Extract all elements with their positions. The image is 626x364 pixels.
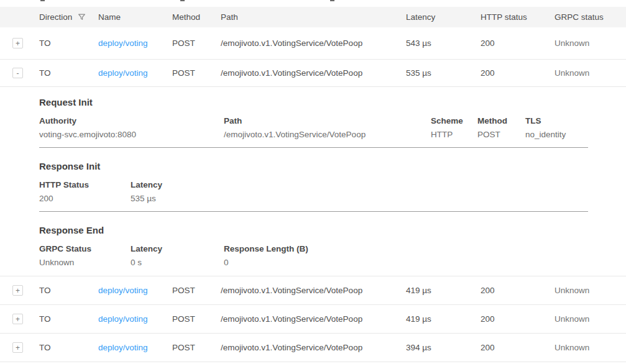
response-end-fields: GRPC Status Unknown Latency 0 s Response… [39,244,626,267]
clipped-text-remnant [180,0,185,1]
table-row: + TO deploy/voting POST /emojivoto.v1.Vo… [0,27,626,60]
column-header-http-status: HTTP status [481,12,555,22]
cell-direction: TO [39,343,98,352]
field-latency: Latency 0 s [131,244,224,267]
cell-http-status: 200 [481,343,555,352]
column-header-path: Path [221,12,406,22]
cell-method: POST [172,314,221,324]
column-header-grpc-status: GRPC status [555,12,626,22]
call-detail-panel: Request Init Authority voting-svc.emojiv… [0,87,626,276]
deployment-link[interactable]: deploy/voting [98,286,148,295]
request-init-fields: Authority voting-svc.emojivoto:8080 Path… [39,116,626,139]
cell-latency: 419 µs [406,314,481,324]
cell-direction: TO [39,68,98,78]
field-http-status: HTTP Status 200 [39,180,131,203]
field-authority: Authority voting-svc.emojivoto:8080 [39,116,224,139]
cell-latency: 419 µs [406,286,481,295]
cell-http-status: 200 [481,286,555,295]
column-header-latency: Latency [406,12,481,22]
field-scheme: Scheme HTTP [431,116,477,139]
deployment-link[interactable]: deploy/voting [98,39,148,48]
section-title-response-end: Response End [39,225,626,235]
cell-http-status: 200 [481,314,555,324]
deployment-link[interactable]: deploy/voting [98,68,148,78]
cell-http-status: 200 [481,39,555,48]
cell-grpc-status: Unknown [555,39,626,48]
table-row: + TO deploy/voting POST /emojivoto.v1.Vo… [0,334,626,362]
cell-method: POST [172,343,221,352]
field-path: Path /emojivoto.v1.VotingService/VotePoo… [224,116,431,139]
filter-icon[interactable] [78,13,86,21]
cell-method: POST [172,286,221,295]
expand-row-button[interactable]: + [12,38,23,48]
table-row: + TO deploy/voting POST /emojivoto.v1.Vo… [0,276,626,305]
cell-grpc-status: Unknown [555,343,626,352]
cell-path: /emojivoto.v1.VotingService/VotePoop [221,343,406,352]
cell-method: POST [172,39,221,48]
expand-row-button[interactable]: + [12,285,23,296]
table-row-expanded: - TO deploy/voting POST /emojivoto.v1.Vo… [0,60,626,87]
field-method: Method POST [477,116,525,139]
section-divider [39,147,588,148]
table-row: + TO deploy/voting POST /emojivoto.v1.Vo… [0,305,626,334]
response-init-fields: HTTP Status 200 Latency 535 µs [39,180,626,203]
cell-path: /emojivoto.v1.VotingService/VotePoop [221,68,406,78]
expand-row-button[interactable]: + [12,342,23,353]
cell-path: /emojivoto.v1.VotingService/VotePoop [221,314,406,324]
cell-grpc-status: Unknown [555,68,626,78]
cell-direction: TO [39,286,98,295]
expand-row-button[interactable]: + [12,314,23,324]
field-latency: Latency 535 µs [131,180,162,203]
cell-latency: 543 µs [406,39,481,48]
deployment-link[interactable]: deploy/voting [98,343,148,352]
cell-http-status: 200 [481,68,555,78]
field-grpc-status: GRPC Status Unknown [39,244,131,267]
cell-direction: TO [39,39,98,48]
cell-path: /emojivoto.v1.VotingService/VotePoop [221,286,406,295]
live-calls-table-view: Direction Name Method Path Latency HTTP … [0,0,626,364]
cell-direction: TO [39,314,98,324]
column-header-direction: Direction [39,12,98,22]
field-response-length: Response Length (B) 0 [224,244,308,267]
column-header-direction-label: Direction [39,12,72,22]
cell-latency: 394 µs [406,343,481,352]
cell-grpc-status: Unknown [555,314,626,324]
column-header-name: Name [98,12,172,22]
cell-method: POST [172,68,221,78]
clipped-text-remnant [330,0,334,1]
clipped-text-remnant [40,0,45,1]
deployment-link[interactable]: deploy/voting [98,314,148,324]
table-header-row: Direction Name Method Path Latency HTTP … [0,7,626,27]
field-tls: TLS no_identity [525,116,566,139]
section-title-request-init: Request Init [39,97,626,107]
cell-grpc-status: Unknown [555,286,626,295]
cell-latency: 535 µs [406,68,481,78]
column-header-method: Method [172,12,221,22]
section-title-response-init: Response Init [39,161,626,171]
cell-path: /emojivoto.v1.VotingService/VotePoop [221,39,406,48]
collapse-row-button[interactable]: - [12,68,23,78]
section-divider [39,211,588,212]
